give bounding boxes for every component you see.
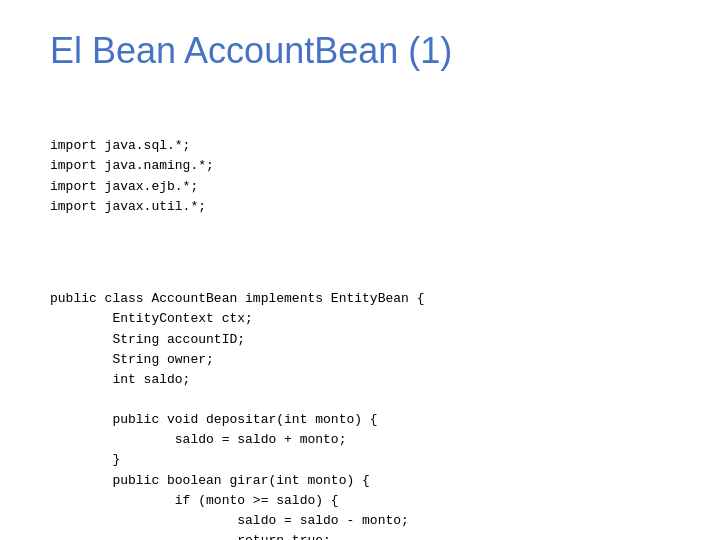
class-section: public class AccountBean implements Enti… bbox=[50, 289, 670, 540]
slide-title: El Bean AccountBean (1) bbox=[50, 30, 670, 72]
imports-section: import java.sql.*; import java.naming.*;… bbox=[50, 136, 670, 217]
code-block: import java.sql.*; import java.naming.*;… bbox=[50, 96, 670, 540]
class-text: public class AccountBean implements Enti… bbox=[50, 291, 424, 540]
imports-text: import java.sql.*; import java.naming.*;… bbox=[50, 138, 214, 213]
slide: El Bean AccountBean (1) import java.sql.… bbox=[0, 0, 720, 540]
